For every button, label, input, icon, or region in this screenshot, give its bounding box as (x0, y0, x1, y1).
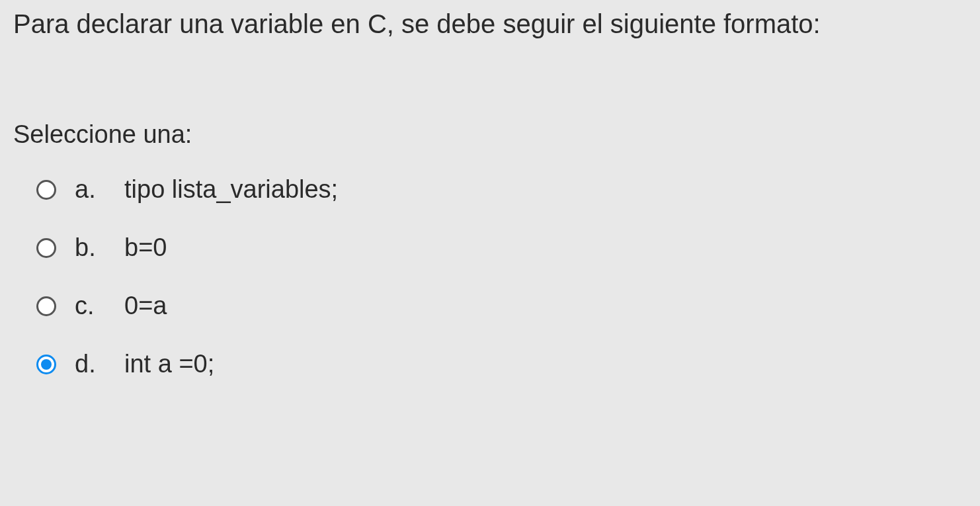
option-letter: d. (75, 350, 114, 378)
question-text: Para declarar una variable en C, se debe… (13, 7, 967, 41)
radio-button-d[interactable] (36, 355, 56, 374)
option-d[interactable]: d. int a =0; (36, 350, 967, 378)
option-letter: c. (75, 292, 114, 320)
option-text: tipo lista_variables; (124, 175, 338, 204)
options-container: a. tipo lista_variables; b. b=0 c. 0=a d… (13, 175, 967, 378)
radio-button-a[interactable] (36, 180, 56, 200)
option-letter: a. (75, 175, 114, 204)
option-c[interactable]: c. 0=a (36, 292, 967, 320)
radio-button-b[interactable] (36, 238, 56, 258)
option-text: 0=a (124, 292, 167, 320)
instruction-text: Seleccione una: (13, 120, 967, 149)
option-text: int a =0; (124, 350, 214, 378)
option-text: b=0 (124, 233, 167, 262)
radio-dot-icon (41, 359, 52, 370)
option-a[interactable]: a. tipo lista_variables; (36, 175, 967, 204)
option-letter: b. (75, 233, 114, 262)
option-b[interactable]: b. b=0 (36, 233, 967, 262)
radio-button-c[interactable] (36, 296, 56, 316)
